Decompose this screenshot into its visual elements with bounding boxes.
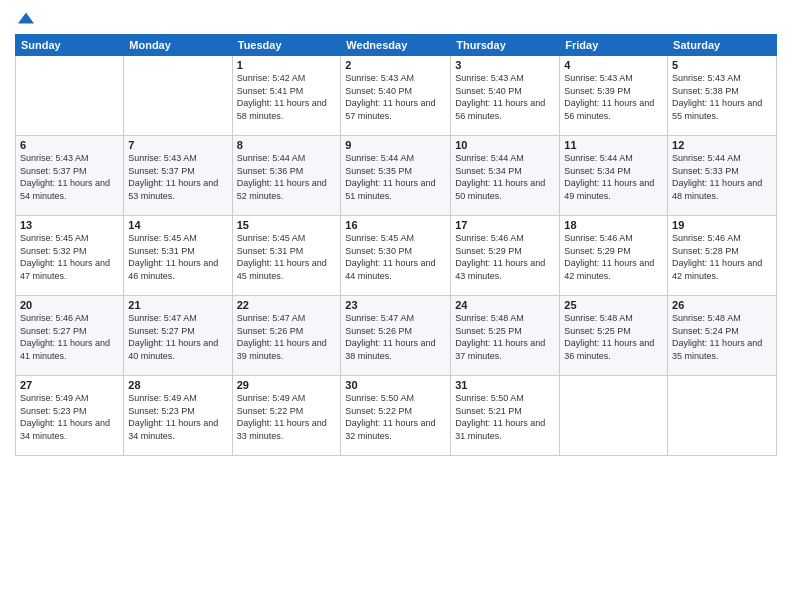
day-number: 2 — [345, 59, 446, 71]
week-row-5: 27Sunrise: 5:49 AM Sunset: 5:23 PM Dayli… — [16, 376, 777, 456]
calendar-cell — [124, 56, 232, 136]
day-info: Sunrise: 5:48 AM Sunset: 5:24 PM Dayligh… — [672, 312, 772, 362]
day-info: Sunrise: 5:43 AM Sunset: 5:37 PM Dayligh… — [20, 152, 119, 202]
calendar-cell: 14Sunrise: 5:45 AM Sunset: 5:31 PM Dayli… — [124, 216, 232, 296]
day-number: 10 — [455, 139, 555, 151]
weekday-header-tuesday: Tuesday — [232, 35, 341, 56]
calendar-cell: 2Sunrise: 5:43 AM Sunset: 5:40 PM Daylig… — [341, 56, 451, 136]
day-info: Sunrise: 5:44 AM Sunset: 5:36 PM Dayligh… — [237, 152, 337, 202]
calendar-cell: 4Sunrise: 5:43 AM Sunset: 5:39 PM Daylig… — [560, 56, 668, 136]
day-info: Sunrise: 5:46 AM Sunset: 5:28 PM Dayligh… — [672, 232, 772, 282]
week-row-3: 13Sunrise: 5:45 AM Sunset: 5:32 PM Dayli… — [16, 216, 777, 296]
svg-marker-0 — [18, 12, 34, 23]
day-info: Sunrise: 5:47 AM Sunset: 5:26 PM Dayligh… — [345, 312, 446, 362]
day-number: 5 — [672, 59, 772, 71]
day-info: Sunrise: 5:43 AM Sunset: 5:38 PM Dayligh… — [672, 72, 772, 122]
day-info: Sunrise: 5:48 AM Sunset: 5:25 PM Dayligh… — [564, 312, 663, 362]
day-info: Sunrise: 5:47 AM Sunset: 5:27 PM Dayligh… — [128, 312, 227, 362]
weekday-header-sunday: Sunday — [16, 35, 124, 56]
calendar-cell: 12Sunrise: 5:44 AM Sunset: 5:33 PM Dayli… — [668, 136, 777, 216]
day-number: 24 — [455, 299, 555, 311]
day-number: 27 — [20, 379, 119, 391]
calendar-cell: 1Sunrise: 5:42 AM Sunset: 5:41 PM Daylig… — [232, 56, 341, 136]
calendar-cell: 30Sunrise: 5:50 AM Sunset: 5:22 PM Dayli… — [341, 376, 451, 456]
calendar-cell: 15Sunrise: 5:45 AM Sunset: 5:31 PM Dayli… — [232, 216, 341, 296]
logo-icon — [18, 10, 34, 26]
day-info: Sunrise: 5:45 AM Sunset: 5:31 PM Dayligh… — [237, 232, 337, 282]
calendar-cell: 24Sunrise: 5:48 AM Sunset: 5:25 PM Dayli… — [451, 296, 560, 376]
day-number: 15 — [237, 219, 337, 231]
day-info: Sunrise: 5:50 AM Sunset: 5:22 PM Dayligh… — [345, 392, 446, 442]
day-number: 25 — [564, 299, 663, 311]
day-info: Sunrise: 5:50 AM Sunset: 5:21 PM Dayligh… — [455, 392, 555, 442]
day-number: 22 — [237, 299, 337, 311]
calendar-cell: 16Sunrise: 5:45 AM Sunset: 5:30 PM Dayli… — [341, 216, 451, 296]
calendar-cell: 31Sunrise: 5:50 AM Sunset: 5:21 PM Dayli… — [451, 376, 560, 456]
calendar-cell: 5Sunrise: 5:43 AM Sunset: 5:38 PM Daylig… — [668, 56, 777, 136]
calendar-header: SundayMondayTuesdayWednesdayThursdayFrid… — [16, 35, 777, 56]
day-info: Sunrise: 5:44 AM Sunset: 5:34 PM Dayligh… — [564, 152, 663, 202]
calendar-cell: 9Sunrise: 5:44 AM Sunset: 5:35 PM Daylig… — [341, 136, 451, 216]
day-number: 3 — [455, 59, 555, 71]
logo — [15, 10, 34, 26]
calendar-cell: 13Sunrise: 5:45 AM Sunset: 5:32 PM Dayli… — [16, 216, 124, 296]
day-info: Sunrise: 5:44 AM Sunset: 5:34 PM Dayligh… — [455, 152, 555, 202]
day-number: 8 — [237, 139, 337, 151]
day-info: Sunrise: 5:45 AM Sunset: 5:30 PM Dayligh… — [345, 232, 446, 282]
day-info: Sunrise: 5:49 AM Sunset: 5:23 PM Dayligh… — [20, 392, 119, 442]
calendar-cell: 26Sunrise: 5:48 AM Sunset: 5:24 PM Dayli… — [668, 296, 777, 376]
header — [15, 10, 777, 26]
calendar-cell: 6Sunrise: 5:43 AM Sunset: 5:37 PM Daylig… — [16, 136, 124, 216]
day-number: 17 — [455, 219, 555, 231]
day-number: 1 — [237, 59, 337, 71]
day-number: 13 — [20, 219, 119, 231]
day-info: Sunrise: 5:43 AM Sunset: 5:40 PM Dayligh… — [345, 72, 446, 122]
calendar-cell: 11Sunrise: 5:44 AM Sunset: 5:34 PM Dayli… — [560, 136, 668, 216]
calendar-cell: 18Sunrise: 5:46 AM Sunset: 5:29 PM Dayli… — [560, 216, 668, 296]
calendar-cell: 21Sunrise: 5:47 AM Sunset: 5:27 PM Dayli… — [124, 296, 232, 376]
day-info: Sunrise: 5:46 AM Sunset: 5:29 PM Dayligh… — [564, 232, 663, 282]
day-number: 16 — [345, 219, 446, 231]
calendar-cell: 23Sunrise: 5:47 AM Sunset: 5:26 PM Dayli… — [341, 296, 451, 376]
calendar-page: SundayMondayTuesdayWednesdayThursdayFrid… — [0, 0, 792, 612]
day-number: 20 — [20, 299, 119, 311]
calendar-cell — [668, 376, 777, 456]
calendar-cell: 20Sunrise: 5:46 AM Sunset: 5:27 PM Dayli… — [16, 296, 124, 376]
day-number: 11 — [564, 139, 663, 151]
calendar-table: SundayMondayTuesdayWednesdayThursdayFrid… — [15, 34, 777, 456]
day-number: 21 — [128, 299, 227, 311]
calendar-body: 1Sunrise: 5:42 AM Sunset: 5:41 PM Daylig… — [16, 56, 777, 456]
day-info: Sunrise: 5:44 AM Sunset: 5:35 PM Dayligh… — [345, 152, 446, 202]
calendar-cell: 17Sunrise: 5:46 AM Sunset: 5:29 PM Dayli… — [451, 216, 560, 296]
day-number: 30 — [345, 379, 446, 391]
calendar-cell: 19Sunrise: 5:46 AM Sunset: 5:28 PM Dayli… — [668, 216, 777, 296]
weekday-header-saturday: Saturday — [668, 35, 777, 56]
calendar-cell: 27Sunrise: 5:49 AM Sunset: 5:23 PM Dayli… — [16, 376, 124, 456]
day-info: Sunrise: 5:45 AM Sunset: 5:31 PM Dayligh… — [128, 232, 227, 282]
day-number: 6 — [20, 139, 119, 151]
week-row-4: 20Sunrise: 5:46 AM Sunset: 5:27 PM Dayli… — [16, 296, 777, 376]
calendar-cell — [16, 56, 124, 136]
calendar-cell: 10Sunrise: 5:44 AM Sunset: 5:34 PM Dayli… — [451, 136, 560, 216]
day-info: Sunrise: 5:43 AM Sunset: 5:37 PM Dayligh… — [128, 152, 227, 202]
day-number: 4 — [564, 59, 663, 71]
weekday-row: SundayMondayTuesdayWednesdayThursdayFrid… — [16, 35, 777, 56]
calendar-cell: 29Sunrise: 5:49 AM Sunset: 5:22 PM Dayli… — [232, 376, 341, 456]
day-number: 14 — [128, 219, 227, 231]
day-number: 7 — [128, 139, 227, 151]
day-number: 31 — [455, 379, 555, 391]
weekday-header-friday: Friday — [560, 35, 668, 56]
calendar-cell — [560, 376, 668, 456]
calendar-cell: 8Sunrise: 5:44 AM Sunset: 5:36 PM Daylig… — [232, 136, 341, 216]
day-number: 28 — [128, 379, 227, 391]
day-info: Sunrise: 5:47 AM Sunset: 5:26 PM Dayligh… — [237, 312, 337, 362]
day-number: 19 — [672, 219, 772, 231]
day-info: Sunrise: 5:49 AM Sunset: 5:23 PM Dayligh… — [128, 392, 227, 442]
calendar-cell: 7Sunrise: 5:43 AM Sunset: 5:37 PM Daylig… — [124, 136, 232, 216]
day-info: Sunrise: 5:42 AM Sunset: 5:41 PM Dayligh… — [237, 72, 337, 122]
day-info: Sunrise: 5:46 AM Sunset: 5:27 PM Dayligh… — [20, 312, 119, 362]
day-number: 23 — [345, 299, 446, 311]
day-number: 26 — [672, 299, 772, 311]
calendar-cell: 3Sunrise: 5:43 AM Sunset: 5:40 PM Daylig… — [451, 56, 560, 136]
day-number: 12 — [672, 139, 772, 151]
